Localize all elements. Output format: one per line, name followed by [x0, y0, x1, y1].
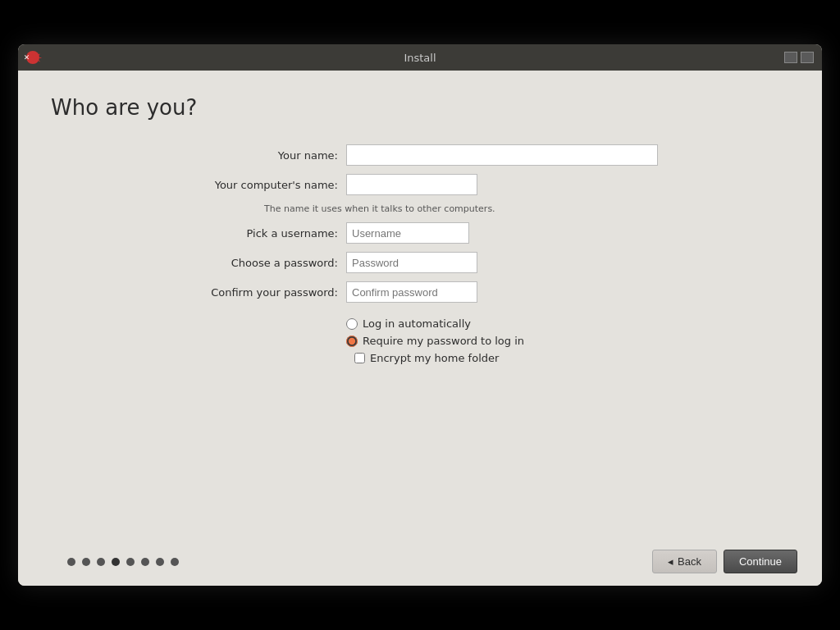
login-auto-radio[interactable] — [346, 318, 358, 330]
encrypt-checkbox[interactable] — [354, 353, 365, 363]
dot-8 — [171, 558, 179, 566]
login-auto-row: Log in automatically — [346, 317, 658, 330]
maximize-button[interactable] — [801, 52, 814, 63]
close-button[interactable]: ✳ — [26, 51, 39, 64]
username-label: Pick a username: — [182, 227, 346, 240]
your-name-input[interactable] — [346, 144, 658, 166]
login-password-radio[interactable] — [346, 336, 358, 347]
dot-4 — [112, 558, 120, 566]
bottom-bar: ◂ Back Continue — [18, 541, 822, 586]
computer-name-input[interactable] — [346, 174, 477, 195]
dot-7 — [156, 558, 164, 566]
dot-5 — [126, 558, 135, 566]
encrypt-label: Encrypt my home folder — [370, 352, 499, 364]
username-row: Pick a username: — [182, 222, 658, 244]
computer-name-row: Your computer's name: — [182, 174, 658, 195]
window-title: Install — [404, 52, 436, 64]
confirm-password-input[interactable] — [346, 281, 477, 303]
titlebar-left: ✳ — [26, 51, 39, 64]
login-password-label: Require my password to log in — [363, 335, 524, 347]
back-button[interactable]: ◂ Back — [652, 550, 717, 573]
dot-3 — [97, 558, 105, 566]
titlebar-right — [784, 52, 814, 63]
password-row: Choose a password: — [182, 252, 658, 273]
computer-name-label: Your computer's name: — [182, 179, 346, 191]
encrypt-row: Encrypt my home folder — [354, 352, 658, 364]
installer-window: ✳ Install Who are you? Your name: Your c… — [18, 44, 822, 586]
confirm-password-row: Confirm your password: — [182, 281, 658, 303]
password-label: Choose a password: — [182, 257, 346, 269]
content-area: Who are you? Your name: Your computer's … — [18, 71, 822, 541]
dot-1 — [67, 558, 75, 566]
back-arrow-icon: ◂ — [668, 555, 673, 568]
titlebar: ✳ Install — [18, 44, 822, 71]
continue-button[interactable]: Continue — [724, 550, 797, 573]
confirm-password-label: Confirm your password: — [182, 286, 346, 299]
form-container: Your name: Your computer's name: The nam… — [51, 144, 789, 525]
nav-buttons: ◂ Back Continue — [652, 550, 797, 573]
app-logo: ✳ — [30, 49, 42, 66]
page-title: Who are you? — [51, 95, 789, 120]
your-name-label: Your name: — [182, 149, 346, 162]
password-input[interactable] — [346, 252, 477, 273]
login-auto-label: Log in automatically — [363, 317, 471, 330]
back-label: Back — [678, 555, 701, 568]
dot-2 — [82, 558, 90, 566]
minimize-button[interactable] — [784, 52, 797, 63]
login-password-row: Require my password to log in — [346, 335, 658, 347]
dot-6 — [141, 558, 149, 566]
your-name-row: Your name: — [182, 144, 658, 166]
progress-dots — [67, 558, 179, 566]
continue-label: Continue — [739, 555, 782, 568]
computer-name-hint: The name it uses when it talks to other … — [264, 203, 740, 214]
username-input[interactable] — [346, 222, 469, 244]
